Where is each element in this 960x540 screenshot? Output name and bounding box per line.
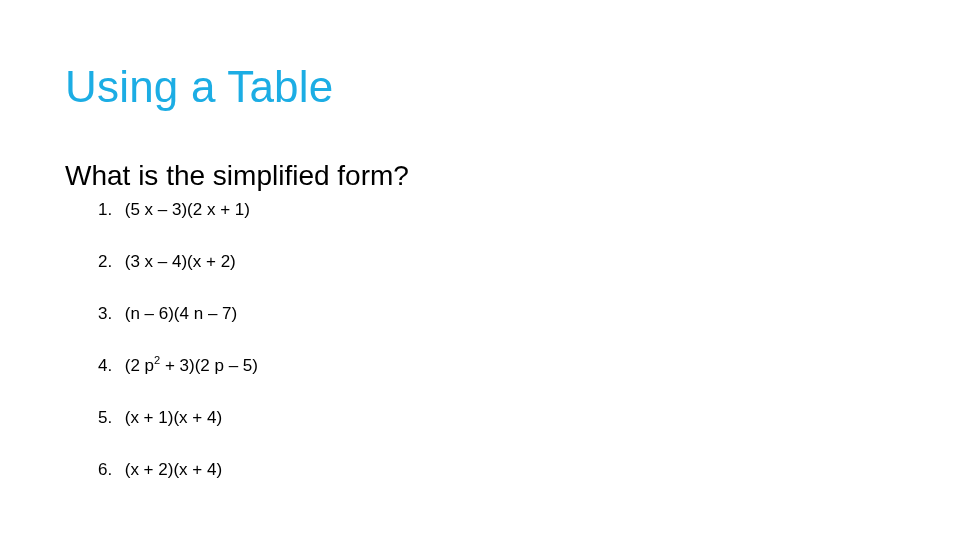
list-item: 4. (2 p2 + 3)(2 p – 5) [98,356,258,376]
list-item: 5. (x + 1)(x + 4) [98,408,258,428]
problem-list: 1. (5 x – 3)(2 x + 1) 2. (3 x – 4)(x + 2… [98,200,258,512]
slide-title: Using a Table [65,62,333,112]
item-expression: (x + 2)(x + 4) [125,460,222,479]
list-item: 2. (3 x – 4)(x + 2) [98,252,258,272]
item-expression: (x + 1)(x + 4) [125,408,222,427]
slide-subtitle: What is the simplified form? [65,160,409,192]
item-expression: (3 x – 4)(x + 2) [125,252,236,271]
list-item: 1. (5 x – 3)(2 x + 1) [98,200,258,220]
item-expression: (5 x – 3)(2 x + 1) [125,200,250,219]
item-expression: (2 p2 + 3)(2 p – 5) [125,356,258,375]
item-number: 1. [98,200,120,220]
slide: Using a Table What is the simplified for… [0,0,960,540]
list-item: 6. (x + 2)(x + 4) [98,460,258,480]
list-item: 3. (n – 6)(4 n – 7) [98,304,258,324]
item-number: 6. [98,460,120,480]
item-number: 3. [98,304,120,324]
item-number: 2. [98,252,120,272]
item-number: 4. [98,356,120,376]
item-number: 5. [98,408,120,428]
item-expression: (n – 6)(4 n – 7) [125,304,237,323]
